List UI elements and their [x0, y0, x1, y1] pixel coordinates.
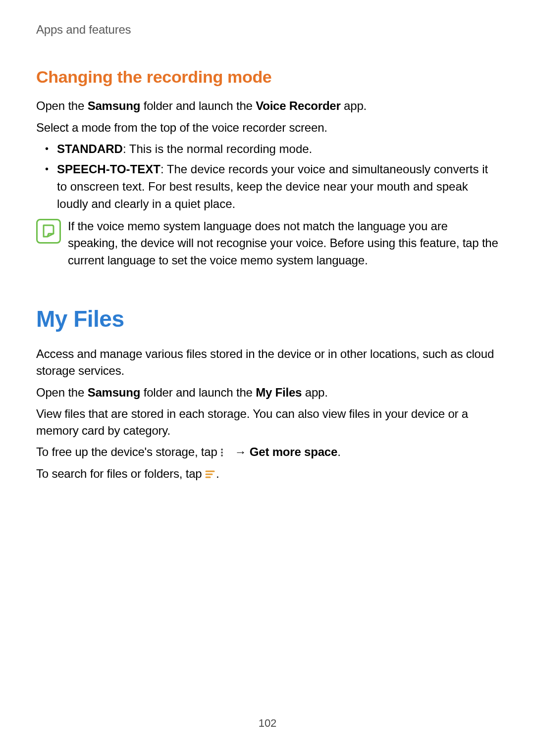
text-fragment: app.: [302, 386, 327, 399]
svg-point-1: [221, 452, 223, 454]
text-bold-samsung: Samsung: [88, 99, 141, 112]
text-fragment: app.: [341, 99, 367, 112]
note-block: If the voice memo system language does n…: [36, 218, 499, 269]
note-text: If the voice memo system language does n…: [68, 218, 499, 269]
text-bold-get-more-space: Get more space: [250, 445, 337, 458]
search-filter-icon: [205, 470, 216, 479]
section2-paragraph-5: To search for files or folders, tap .: [36, 465, 499, 482]
heading-my-files: My Files: [36, 303, 499, 335]
bullet-bold-standard: STANDARD: [57, 142, 123, 155]
more-options-icon: [220, 448, 231, 457]
text-fragment: To search for files or folders, tap: [36, 467, 205, 480]
text-bold-my-files: My Files: [256, 386, 302, 399]
text-fragment: Open the: [36, 386, 88, 399]
text-bold-voice-recorder: Voice Recorder: [256, 99, 341, 112]
text-fragment: Open the: [36, 99, 88, 112]
text-fragment: .: [216, 467, 219, 480]
svg-point-2: [221, 454, 223, 456]
breadcrumb: Apps and features: [36, 21, 499, 38]
section2-paragraph-4: To free up the device's storage, tap → G…: [36, 444, 499, 460]
section1-paragraph-2: Select a mode from the top of the voice …: [36, 119, 499, 136]
heading-changing-recording-mode: Changing the recording mode: [36, 65, 499, 89]
page-container: Apps and features Changing the recording…: [0, 0, 535, 756]
bullet-rest: : This is the normal recording mode.: [123, 142, 312, 155]
text-fragment: .: [337, 445, 340, 458]
list-item: SPEECH-TO-TEXT: The device records your …: [36, 161, 499, 212]
list-item: STANDARD: This is the normal recording m…: [36, 141, 499, 158]
svg-point-0: [221, 449, 223, 451]
section1-paragraph-1: Open the Samsung folder and launch the V…: [36, 98, 499, 114]
section2-paragraph-3: View files that are stored in each stora…: [36, 405, 499, 439]
text-fragment: folder and launch the: [140, 99, 256, 112]
text-fragment: →: [231, 445, 250, 458]
note-icon: [36, 219, 61, 244]
section2-paragraph-2: Open the Samsung folder and launch the M…: [36, 384, 499, 401]
text-fragment: folder and launch the: [140, 386, 256, 399]
text-fragment: To free up the device's storage, tap: [36, 445, 220, 458]
page-number: 102: [0, 716, 535, 731]
section2-paragraph-1: Access and manage various files stored i…: [36, 346, 499, 379]
text-bold-samsung: Samsung: [88, 386, 141, 399]
recording-modes-list: STANDARD: This is the normal recording m…: [36, 141, 499, 212]
bullet-bold-speech-to-text: SPEECH-TO-TEXT: [57, 162, 160, 176]
